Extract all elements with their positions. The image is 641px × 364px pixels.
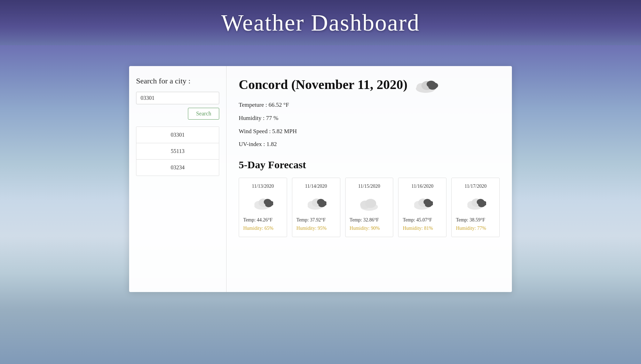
humidity-stat: Humidity : 77 % (239, 114, 500, 122)
svg-point-5 (428, 84, 437, 90)
current-weather-icon (414, 76, 435, 92)
dashboard-panel: Search for a city : Search 03301 55113 0… (129, 66, 512, 292)
forecast-date-4: 11/16/2020 (403, 184, 442, 189)
forecast-card-2: 11/14/2020 Temp: 37.92°F Humidity: 95% (292, 178, 340, 237)
current-stats: Tempeture : 66.52 °F Humidity : 77 % Win… (239, 101, 500, 148)
forecast-card-3: 11/15/2020 Temp: 32.86°F Humidity: 90% (345, 178, 394, 237)
forecast-humidity-5: Humidity: 77% (456, 226, 486, 231)
forecast-humidity-2: Humidity: 95% (296, 226, 327, 231)
forecast-temp-2: Temp: 37.92°F (296, 217, 326, 223)
header: Weather Dashboard (0, 0, 641, 45)
uv-index-stat: UV-index : 1.82 (239, 140, 500, 148)
forecast-humidity-3: Humidity: 90% (350, 226, 380, 231)
forecast-card-5: 11/17/2020 Temp: 38.59°F Humidity: 77% (451, 178, 500, 237)
forecast-icon-1 (243, 193, 283, 212)
temperature-stat: Tempeture : 66.52 °F (239, 101, 500, 109)
svg-point-17 (318, 202, 325, 207)
forecast-cards: 11/13/2020 Temp: 44.26°F Humidity: 65% (239, 178, 500, 237)
page-title: Weather Dashboard (221, 9, 420, 37)
forecast-date-2: 11/14/2020 (296, 184, 336, 189)
wind-speed-stat: Wind Speed : 5.82 MPH (239, 127, 500, 136)
forecast-temp-4: Temp: 45.07°F (403, 217, 432, 223)
forecast-temp-1: Temp: 44.26°F (243, 217, 272, 223)
history-item[interactable]: 03234 (136, 160, 219, 176)
forecast-date-5: 11/17/2020 (456, 184, 495, 189)
city-name: Concord (November 11, 2020) (239, 77, 407, 92)
forecast-icon-4 (403, 193, 442, 212)
svg-point-11 (265, 202, 272, 207)
forecast-card-1: 11/13/2020 Temp: 44.26°F Humidity: 65% (239, 178, 287, 237)
svg-point-32 (478, 202, 485, 207)
forecast-temp-5: Temp: 38.59°F (456, 217, 485, 223)
history-list: 03301 55113 03234 (136, 127, 219, 176)
forecast-date-1: 11/13/2020 (243, 184, 283, 189)
forecast-icon-3 (350, 193, 389, 212)
forecast-date-3: 11/15/2020 (350, 184, 389, 189)
forecast-temp-3: Temp: 32.86°F (350, 217, 379, 223)
city-header: Concord (November 11, 2020) (239, 76, 500, 92)
main-content: Search for a city : Search 03301 55113 0… (0, 45, 641, 313)
forecast-icon-2 (296, 193, 336, 212)
sidebar: Search for a city : Search 03301 55113 0… (129, 66, 227, 292)
forecast-humidity-1: Humidity: 65% (243, 226, 274, 231)
forecast-humidity-4: Humidity: 81% (403, 226, 433, 231)
search-button[interactable]: Search (188, 108, 219, 120)
svg-point-26 (425, 202, 432, 207)
weather-main: Concord (November 11, 2020) (227, 66, 512, 292)
svg-point-20 (365, 199, 376, 208)
history-item[interactable]: 55113 (136, 143, 219, 160)
history-item[interactable]: 03301 (136, 127, 219, 143)
search-input[interactable] (136, 92, 219, 104)
search-label: Search for a city : (136, 76, 219, 86)
forecast-title: 5-Day Forecast (239, 159, 500, 171)
forecast-icon-5 (456, 193, 495, 212)
forecast-card-4: 11/16/2020 Temp: 45.07°F Humidity: 81% (398, 178, 446, 237)
